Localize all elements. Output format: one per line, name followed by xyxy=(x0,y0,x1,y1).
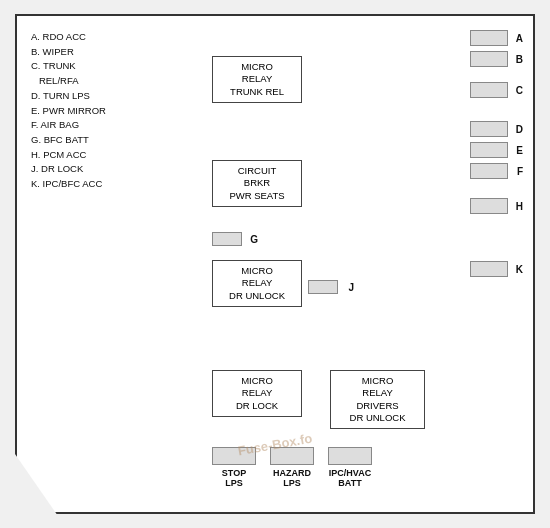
fuse-ipc-rect xyxy=(328,447,372,465)
fuse-hazard-label: HAZARDLPS xyxy=(273,468,311,488)
relay-drivers-line1: MICRO xyxy=(337,375,418,387)
legend: A. RDO ACC B. WIPER C. TRUNK REL/RFA D. … xyxy=(31,30,106,192)
relay-trunk-line2: RELAY xyxy=(219,73,295,85)
g-fuse-row: G xyxy=(212,232,258,246)
relay-trunk: MICRO RELAY TRUNK REL xyxy=(212,56,302,103)
fuse-a-rect xyxy=(470,30,508,46)
relay-dr-lock-line3: DR LOCK xyxy=(219,400,295,412)
fuse-c-label: C xyxy=(513,85,523,96)
fuse-f-rect xyxy=(470,163,508,179)
legend-d: D. TURN LPS xyxy=(31,89,106,104)
fuse-stop-label: STOPLPS xyxy=(222,468,246,488)
fuse-ipc-label: IPC/HVACBATT xyxy=(329,468,371,488)
relay-drivers-dr-unlock: MICRO RELAY DRIVERS DR UNLOCK xyxy=(330,370,425,429)
fuse-row-f: F xyxy=(470,163,523,179)
fuse-c-rect xyxy=(470,82,508,98)
relay-circuit-line2: BRKR xyxy=(219,177,295,189)
legend-a: A. RDO ACC xyxy=(31,30,106,45)
fuse-b-label: B xyxy=(513,54,523,65)
relay-dr-unlock-line2: RELAY xyxy=(219,277,295,289)
relay-circuit: CIRCUIT BRKR PWR SEATS xyxy=(212,160,302,207)
relay-trunk-line1: MICRO xyxy=(219,61,295,73)
relay-dr-lock-line1: MICRO xyxy=(219,375,295,387)
j-fuse-row: J xyxy=(308,280,354,294)
legend-e: E. PWR MIRROR xyxy=(31,104,106,119)
fuse-ipc-hvac: IPC/HVACBATT xyxy=(328,447,372,488)
relay-drivers-line4: DR UNLOCK xyxy=(337,412,418,424)
fuse-e-rect xyxy=(470,142,508,158)
fuse-g-label: G xyxy=(248,234,258,245)
legend-c: C. TRUNK xyxy=(31,59,106,74)
fuse-d-rect xyxy=(470,121,508,137)
legend-c2: REL/RFA xyxy=(31,74,106,89)
right-fuses-col: A B C D E xyxy=(470,30,523,277)
legend-b: B. WIPER xyxy=(31,45,106,60)
relay-dr-unlock: MICRO RELAY DR UNLOCK xyxy=(212,260,302,307)
fuse-row-k: K xyxy=(470,261,523,277)
legend-h: H. PCM ACC xyxy=(31,148,106,163)
fuse-f-label: F xyxy=(513,166,523,177)
relay-trunk-line3: TRUNK REL xyxy=(219,86,295,98)
fuse-row-a: A xyxy=(470,30,523,46)
fuse-row-h: H xyxy=(470,198,523,214)
relay-dr-unlock-line1: MICRO xyxy=(219,265,295,277)
fuse-row-c: C xyxy=(470,82,523,98)
fuse-row-e: E xyxy=(470,142,523,158)
fuse-h-rect xyxy=(470,198,508,214)
fuse-hazard-lps: HAZARDLPS xyxy=(270,447,314,488)
fuse-stop-rect xyxy=(212,447,256,465)
legend-g: G. BFC BATT xyxy=(31,133,106,148)
relay-drivers-line3: DRIVERS xyxy=(337,400,418,412)
fuse-row-b: B xyxy=(470,51,523,67)
fuse-j xyxy=(308,280,338,294)
relay-circuit-line1: CIRCUIT xyxy=(219,165,295,177)
relay-circuit-line3: PWR SEATS xyxy=(219,190,295,202)
fuse-row-d: D xyxy=(470,121,523,137)
relay-drivers-line2: RELAY xyxy=(337,387,418,399)
fuse-stop-lps: STOPLPS xyxy=(212,447,256,488)
fuse-g xyxy=(212,232,242,246)
fuse-area: MICRO RELAY TRUNK REL CIRCUIT BRKR PWR S… xyxy=(212,30,523,498)
relay-dr-unlock-line3: DR UNLOCK xyxy=(219,290,295,302)
fuse-j-label: J xyxy=(344,282,354,293)
legend-j: J. DR LOCK xyxy=(31,162,106,177)
fuse-d-label: D xyxy=(513,124,523,135)
fuse-h-label: H xyxy=(513,201,523,212)
fuse-hazard-rect xyxy=(270,447,314,465)
fuse-diagram: A. RDO ACC B. WIPER C. TRUNK REL/RFA D. … xyxy=(15,14,535,514)
fuse-k-label: K xyxy=(513,264,523,275)
fuse-e-label: E xyxy=(513,145,523,156)
fuse-b-rect xyxy=(470,51,508,67)
fuse-a-label: A xyxy=(513,33,523,44)
relay-dr-lock: MICRO RELAY DR LOCK xyxy=(212,370,302,417)
relay-dr-lock-line2: RELAY xyxy=(219,387,295,399)
bottom-fuses-row: STOPLPS HAZARDLPS IPC/HVACBATT xyxy=(212,447,372,488)
fuse-k-rect xyxy=(470,261,508,277)
legend-k: K. IPC/BFC ACC xyxy=(31,177,106,192)
legend-f: F. AIR BAG xyxy=(31,118,106,133)
